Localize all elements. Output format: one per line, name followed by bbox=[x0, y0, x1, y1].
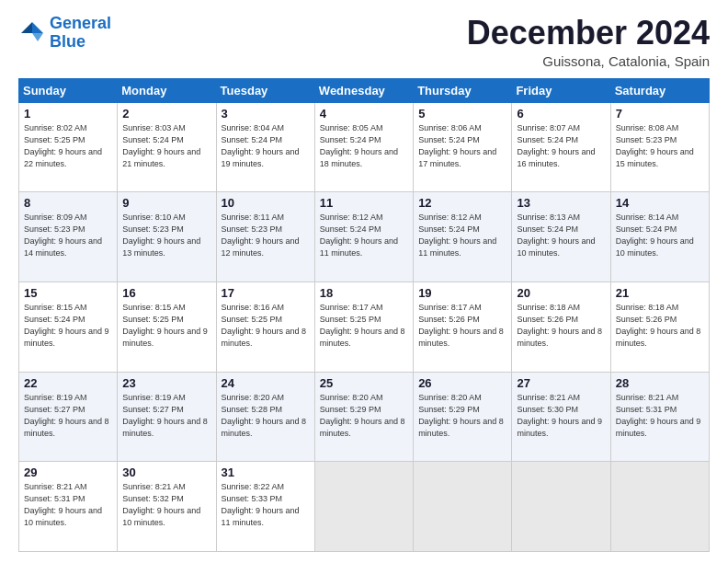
col-saturday: Saturday bbox=[610, 78, 709, 102]
calendar-cell: 17 Sunrise: 8:16 AMSunset: 5:25 PMDaylig… bbox=[216, 282, 314, 372]
day-number: 1 bbox=[24, 107, 112, 121]
day-info: Sunrise: 8:09 AMSunset: 5:23 PMDaylight:… bbox=[24, 213, 102, 258]
calendar-cell: 11 Sunrise: 8:12 AMSunset: 5:24 PMDaylig… bbox=[314, 192, 413, 282]
day-number: 4 bbox=[320, 107, 408, 121]
day-number: 30 bbox=[122, 465, 210, 479]
calendar-cell: 5 Sunrise: 8:06 AMSunset: 5:24 PMDayligh… bbox=[414, 102, 512, 192]
col-monday: Monday bbox=[118, 78, 216, 102]
day-info: Sunrise: 8:11 AMSunset: 5:23 PMDaylight:… bbox=[222, 213, 300, 258]
logo-text: General Blue bbox=[50, 15, 111, 52]
day-number: 23 bbox=[122, 376, 210, 390]
calendar-cell: 23 Sunrise: 8:19 AMSunset: 5:27 PMDaylig… bbox=[118, 372, 216, 462]
calendar-cell: 28 Sunrise: 8:21 AMSunset: 5:31 PMDaylig… bbox=[610, 372, 709, 462]
calendar-cell: 16 Sunrise: 8:15 AMSunset: 5:25 PMDaylig… bbox=[118, 282, 216, 372]
calendar-body: 1 Sunrise: 8:02 AMSunset: 5:25 PMDayligh… bbox=[19, 102, 710, 551]
day-number: 17 bbox=[222, 286, 310, 300]
day-info: Sunrise: 8:15 AMSunset: 5:24 PMDaylight:… bbox=[24, 303, 109, 348]
col-thursday: Thursday bbox=[414, 78, 512, 102]
day-info: Sunrise: 8:20 AMSunset: 5:28 PMDaylight:… bbox=[222, 393, 307, 438]
calendar-cell bbox=[314, 462, 413, 552]
day-info: Sunrise: 8:15 AMSunset: 5:25 PMDaylight:… bbox=[122, 303, 208, 348]
calendar-cell: 18 Sunrise: 8:17 AMSunset: 5:25 PMDaylig… bbox=[314, 282, 413, 372]
calendar-cell: 26 Sunrise: 8:20 AMSunset: 5:29 PMDaylig… bbox=[414, 372, 512, 462]
day-info: Sunrise: 8:19 AMSunset: 5:27 PMDaylight:… bbox=[122, 393, 208, 438]
col-wednesday: Wednesday bbox=[314, 78, 413, 102]
calendar-cell: 6 Sunrise: 8:07 AMSunset: 5:24 PMDayligh… bbox=[512, 102, 610, 192]
col-tuesday: Tuesday bbox=[216, 78, 314, 102]
day-info: Sunrise: 8:22 AMSunset: 5:33 PMDaylight:… bbox=[222, 482, 300, 527]
calendar-cell: 4 Sunrise: 8:05 AMSunset: 5:24 PMDayligh… bbox=[314, 102, 413, 192]
calendar-cell: 1 Sunrise: 8:02 AMSunset: 5:25 PMDayligh… bbox=[19, 102, 118, 192]
svg-marker-2 bbox=[21, 22, 32, 33]
day-info: Sunrise: 8:07 AMSunset: 5:24 PMDaylight:… bbox=[517, 123, 595, 168]
day-number: 8 bbox=[24, 196, 112, 210]
day-number: 12 bbox=[418, 196, 506, 210]
calendar-cell: 22 Sunrise: 8:19 AMSunset: 5:27 PMDaylig… bbox=[19, 372, 118, 462]
calendar-cell: 25 Sunrise: 8:20 AMSunset: 5:29 PMDaylig… bbox=[314, 372, 413, 462]
calendar-cell: 29 Sunrise: 8:21 AMSunset: 5:31 PMDaylig… bbox=[19, 462, 118, 552]
day-number: 26 bbox=[418, 376, 506, 390]
day-info: Sunrise: 8:17 AMSunset: 5:25 PMDaylight:… bbox=[320, 303, 405, 348]
header: General Blue December 2024 Guissona, Cat… bbox=[18, 15, 710, 69]
col-friday: Friday bbox=[512, 78, 610, 102]
day-info: Sunrise: 8:13 AMSunset: 5:24 PMDaylight:… bbox=[517, 213, 595, 258]
day-number: 25 bbox=[320, 376, 408, 390]
calendar-week-4: 22 Sunrise: 8:19 AMSunset: 5:27 PMDaylig… bbox=[19, 372, 710, 462]
day-info: Sunrise: 8:05 AMSunset: 5:24 PMDaylight:… bbox=[320, 123, 398, 168]
calendar: Sunday Monday Tuesday Wednesday Thursday… bbox=[18, 78, 710, 552]
day-info: Sunrise: 8:12 AMSunset: 5:24 PMDaylight:… bbox=[320, 213, 398, 258]
day-number: 14 bbox=[616, 196, 704, 210]
day-number: 3 bbox=[222, 107, 310, 121]
day-info: Sunrise: 8:21 AMSunset: 5:31 PMDaylight:… bbox=[616, 393, 701, 438]
day-info: Sunrise: 8:21 AMSunset: 5:32 PMDaylight:… bbox=[122, 482, 200, 527]
day-number: 28 bbox=[616, 376, 704, 390]
calendar-week-3: 15 Sunrise: 8:15 AMSunset: 5:24 PMDaylig… bbox=[19, 282, 710, 372]
calendar-week-5: 29 Sunrise: 8:21 AMSunset: 5:31 PMDaylig… bbox=[19, 462, 710, 552]
calendar-cell: 30 Sunrise: 8:21 AMSunset: 5:32 PMDaylig… bbox=[118, 462, 216, 552]
calendar-cell: 10 Sunrise: 8:11 AMSunset: 5:23 PMDaylig… bbox=[216, 192, 314, 282]
day-info: Sunrise: 8:19 AMSunset: 5:27 PMDaylight:… bbox=[24, 393, 109, 438]
day-number: 6 bbox=[517, 107, 605, 121]
calendar-cell bbox=[610, 462, 709, 552]
svg-marker-0 bbox=[32, 22, 43, 33]
calendar-cell: 3 Sunrise: 8:04 AMSunset: 5:24 PMDayligh… bbox=[216, 102, 314, 192]
calendar-cell: 7 Sunrise: 8:08 AMSunset: 5:23 PMDayligh… bbox=[610, 102, 709, 192]
weekday-header-row: Sunday Monday Tuesday Wednesday Thursday… bbox=[19, 78, 710, 102]
calendar-week-2: 8 Sunrise: 8:09 AMSunset: 5:23 PMDayligh… bbox=[19, 192, 710, 282]
day-number: 19 bbox=[418, 286, 506, 300]
day-info: Sunrise: 8:04 AMSunset: 5:24 PMDaylight:… bbox=[222, 123, 300, 168]
calendar-cell: 15 Sunrise: 8:15 AMSunset: 5:24 PMDaylig… bbox=[19, 282, 118, 372]
day-info: Sunrise: 8:08 AMSunset: 5:23 PMDaylight:… bbox=[616, 123, 694, 168]
day-number: 21 bbox=[616, 286, 704, 300]
title-area: December 2024 Guissona, Catalonia, Spain bbox=[467, 15, 710, 69]
calendar-cell: 31 Sunrise: 8:22 AMSunset: 5:33 PMDaylig… bbox=[216, 462, 314, 552]
calendar-cell: 9 Sunrise: 8:10 AMSunset: 5:23 PMDayligh… bbox=[118, 192, 216, 282]
day-number: 10 bbox=[222, 196, 310, 210]
day-number: 27 bbox=[517, 376, 605, 390]
day-info: Sunrise: 8:20 AMSunset: 5:29 PMDaylight:… bbox=[320, 393, 405, 438]
day-info: Sunrise: 8:06 AMSunset: 5:24 PMDaylight:… bbox=[418, 123, 496, 168]
svg-marker-1 bbox=[32, 33, 43, 41]
day-number: 31 bbox=[222, 465, 310, 479]
day-number: 5 bbox=[418, 107, 506, 121]
day-info: Sunrise: 8:10 AMSunset: 5:23 PMDaylight:… bbox=[122, 213, 200, 258]
page: General Blue December 2024 Guissona, Cat… bbox=[0, 0, 728, 563]
day-info: Sunrise: 8:12 AMSunset: 5:24 PMDaylight:… bbox=[418, 213, 496, 258]
day-number: 9 bbox=[122, 196, 210, 210]
day-info: Sunrise: 8:21 AMSunset: 5:31 PMDaylight:… bbox=[24, 482, 102, 527]
day-number: 16 bbox=[122, 286, 210, 300]
calendar-cell bbox=[512, 462, 610, 552]
day-number: 13 bbox=[517, 196, 605, 210]
day-info: Sunrise: 8:03 AMSunset: 5:24 PMDaylight:… bbox=[122, 123, 200, 168]
day-info: Sunrise: 8:14 AMSunset: 5:24 PMDaylight:… bbox=[616, 213, 694, 258]
day-number: 29 bbox=[24, 465, 112, 479]
col-sunday: Sunday bbox=[19, 78, 118, 102]
day-info: Sunrise: 8:17 AMSunset: 5:26 PMDaylight:… bbox=[418, 303, 504, 348]
day-number: 24 bbox=[222, 376, 310, 390]
day-info: Sunrise: 8:02 AMSunset: 5:25 PMDaylight:… bbox=[24, 123, 102, 168]
day-number: 20 bbox=[517, 286, 605, 300]
logo-icon bbox=[18, 19, 46, 47]
day-info: Sunrise: 8:18 AMSunset: 5:26 PMDaylight:… bbox=[517, 303, 602, 348]
day-number: 2 bbox=[122, 107, 210, 121]
day-info: Sunrise: 8:20 AMSunset: 5:29 PMDaylight:… bbox=[418, 393, 504, 438]
